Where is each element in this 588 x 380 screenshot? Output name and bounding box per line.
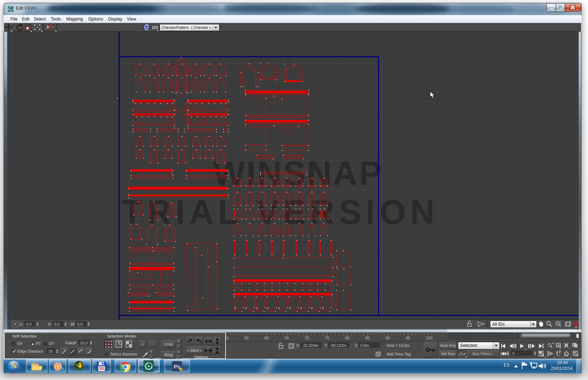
svg-text:UV: UV: [152, 25, 158, 30]
